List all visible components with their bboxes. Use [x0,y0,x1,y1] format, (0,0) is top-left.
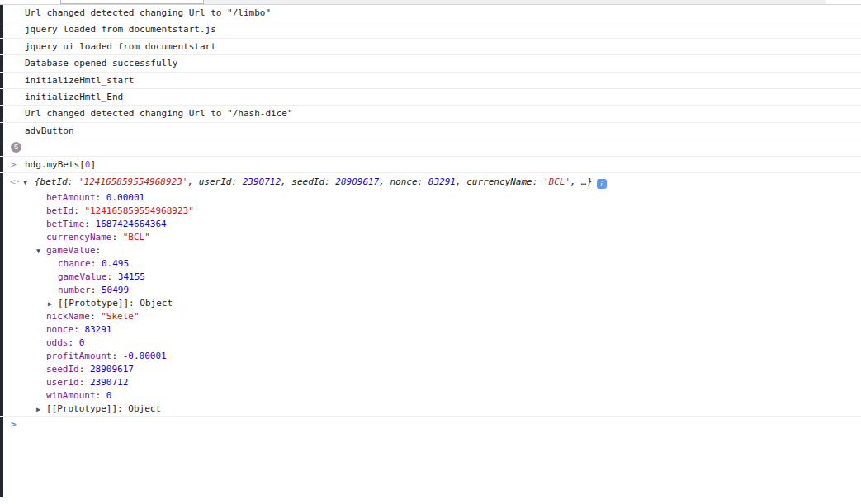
prototype-row[interactable]: ▶[[Prototype]]: Object [0,297,861,310]
return-value-icon: <· [10,173,23,191]
object-property-row: nonce: 83291 [0,323,861,337]
console-log-message: jquery loaded from documentstart.js [0,21,861,38]
object-property-row: userId: 2390712 [0,376,861,389]
console-log-message: initializeHmtl_End [0,89,861,106]
property-expander-icon[interactable]: ▶ [48,297,58,310]
console-command-row: >hdg.myBets[0] [0,157,861,173]
info-icon[interactable]: i [597,179,607,189]
filter-input[interactable] [60,0,204,4]
console-log-message: advButton [0,123,861,139]
object-property-row: betAmount: 0.00001 [0,191,861,205]
console-output: Url changed detected changing Url to "/l… [0,5,861,433]
object-property-row-expandable[interactable]: ▼gameValue: [0,244,861,257]
object-property-row: chance: 0.495 [0,257,861,271]
console-log-message: Database opened successfully [0,55,861,72]
console-result-row: <·▼{betId: '124165859554968923', userId:… [0,173,861,417]
object-preview-line: <·▼{betId: '124165859554968923', userId:… [0,173,861,191]
object-property-row: gameValue: 34155 [0,271,861,284]
object-property-row: betTime: 1687424664364 [0,218,861,231]
console-prompt[interactable]: > [0,417,861,433]
object-property-row: seedId: 28909617 [0,363,861,376]
toolbar-strip [204,0,826,4]
console-log-message: Url changed detected changing Url to "/l… [0,5,861,21]
object-property-row: number: 50499 [0,284,861,297]
object-property-row: nickName: "Skele" [0,310,861,323]
devtools-console-panel: Url changed detected changing Url to "/l… [0,0,861,504]
object-property-row: winAmount: 0 [0,389,861,403]
object-expander-icon[interactable]: ▼ [23,173,35,191]
repeat-count-badge: 5 [11,142,21,153]
console-log-message: jquery ui loaded from documentstart [0,39,861,55]
console-log-message: Url changed detected changing Url to "/h… [0,106,861,122]
property-expander-icon[interactable]: ▼ [36,244,46,257]
prompt-chevron-icon: > [11,419,17,430]
object-property-row: profitAmount: -0.00001 [0,350,861,363]
object-property-row: odds: 0 [0,337,861,350]
object-property-row: currencyName: "BCL" [0,231,861,244]
command-text: ] [90,159,96,170]
console-log-message: initializeHmtl_start [0,73,861,89]
object-preview-text: {betId: '124165859554968923', userId: 23… [35,177,593,187]
property-expander-icon[interactable]: ▶ [36,403,46,416]
prototype-row[interactable]: ▶[[Prototype]]: Object [0,403,861,416]
console-repeat-row: 5 [0,139,861,156]
command-chevron-icon: > [11,157,25,173]
command-text: hdg.myBets[ [25,159,85,170]
object-property-row: betId: "124165859554968923" [0,205,861,218]
